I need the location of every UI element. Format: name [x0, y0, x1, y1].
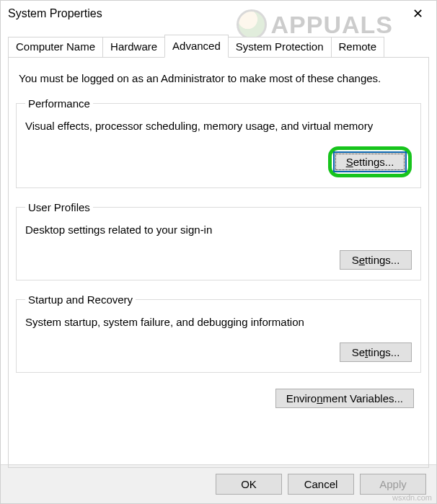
ok-button[interactable]: OK: [216, 474, 282, 495]
tab-strip: Computer Name Hardware Advanced System P…: [8, 34, 429, 57]
advanced-panel: You must be logged on as an Administrato…: [8, 57, 429, 468]
performance-legend: Performance: [25, 97, 93, 110]
performance-settings-button[interactable]: Settings...: [333, 151, 407, 172]
apply-button[interactable]: Apply: [360, 474, 426, 495]
titlebar: System Properties ✕: [1, 1, 436, 27]
intro-text: You must be logged on as an Administrato…: [19, 72, 418, 84]
user-profiles-legend: User Profiles: [25, 201, 93, 213]
dialog-footer: OK Cancel Apply: [1, 464, 436, 503]
tab-system-protection[interactable]: System Protection: [228, 37, 332, 57]
tab-advanced[interactable]: Advanced: [164, 35, 229, 58]
startup-recovery-legend: Startup and Recovery: [25, 293, 136, 306]
user-profiles-settings-button[interactable]: Settings...: [340, 250, 412, 270]
user-profiles-group: User Profiles Desktop settings related t…: [16, 201, 421, 280]
tab-remote[interactable]: Remote: [331, 37, 385, 57]
performance-group: Performance Visual effects, processor sc…: [16, 97, 421, 188]
tab-computer-name[interactable]: Computer Name: [8, 37, 103, 57]
close-icon: ✕: [412, 6, 423, 22]
highlight-annotation: Settings...: [328, 146, 412, 177]
tab-hardware[interactable]: Hardware: [102, 37, 165, 57]
startup-recovery-settings-button[interactable]: Settings...: [340, 342, 412, 362]
startup-recovery-desc: System startup, system failure, and debu…: [25, 316, 412, 328]
performance-desc: Visual effects, processor scheduling, me…: [25, 120, 412, 132]
user-profiles-desc: Desktop settings related to your sign-in: [25, 224, 412, 236]
environment-variables-button[interactable]: Environment Variables...: [275, 389, 414, 408]
close-button[interactable]: ✕: [405, 3, 431, 25]
window-title: System Properties: [8, 7, 102, 20]
content-area: Computer Name Hardware Advanced System P…: [1, 34, 436, 468]
system-properties-window: System Properties ✕ APPUALS Computer Nam…: [0, 0, 437, 504]
cancel-button[interactable]: Cancel: [288, 474, 354, 495]
startup-recovery-group: Startup and Recovery System startup, sys…: [16, 293, 421, 373]
